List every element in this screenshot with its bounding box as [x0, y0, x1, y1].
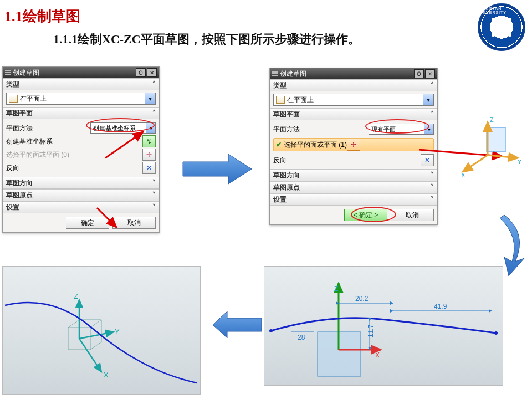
plane-icon [9, 95, 18, 103]
dialog-titlebar[interactable]: 创建草图 ʘ ✕ [3, 67, 159, 78]
section-sketchorigin-header[interactable]: 草图原点˅ [3, 189, 159, 201]
section-type-header[interactable]: 类型˄ [270, 79, 437, 91]
svg-rect-3 [487, 127, 505, 152]
csys-create-button[interactable]: ↯ [142, 135, 156, 147]
chevron-down-icon: ˅ [431, 171, 434, 179]
pick-face-button[interactable]: ✢ [142, 149, 156, 161]
type-combo[interactable]: 在平面上 ▾ [6, 93, 156, 105]
chevron-down-icon: ˅ [152, 179, 156, 187]
svg-text:Z: Z [334, 285, 338, 293]
svg-line-21 [79, 332, 114, 339]
sketch-canvas-dims: Z X 20.2 41.9 28 11.7 [264, 266, 503, 386]
drag-handle-icon[interactable] [272, 71, 278, 76]
flow-arrow-left [211, 308, 266, 341]
select-face-row[interactable]: ✔ 选择平的面或平面 (1) ✢ [273, 138, 434, 151]
dimension-b: 41.9 [434, 303, 447, 310]
type-combo[interactable]: 在平面上 ▾ [273, 94, 434, 106]
create-sketch-dialog-step1: 创建草图 ʘ ✕ 类型˄ 在平面上 ▾ 草图平面˄ 平面方法 创建基准坐标系 ▾… [2, 66, 160, 233]
section-sketchdir-header[interactable]: 草图方向˅ [3, 177, 159, 189]
dialog-title: 创建草图 [13, 68, 39, 78]
section-sketchdir-label: 草图方向 [6, 178, 33, 188]
plane-method-combo[interactable]: 现有平面 ▾ [369, 124, 434, 135]
reverse-label: 反向 [6, 163, 19, 173]
chevron-up-icon: ˄ [431, 81, 434, 89]
section-settings-header[interactable]: 设置˅ [3, 201, 159, 213]
plane-method-label: 平面方法 [6, 124, 33, 133]
model-canvas-3d: Z Y X [2, 266, 201, 395]
close-icon[interactable]: ✕ [425, 69, 435, 78]
create-sketch-dialog-step2: 创建草图 ʘ ✕ 类型˄ 在平面上 ▾ 草图平面˄ 平面方法 现有平面 ▾ ✔ … [269, 68, 438, 225]
section-sketchplane-header[interactable]: 草图平面˄ [270, 108, 437, 120]
section-settings-header[interactable]: 设置˅ [270, 193, 437, 206]
dimension-a: 20.2 [355, 295, 369, 303]
cancel-button[interactable]: 取消 [391, 209, 434, 221]
section-sketchplane-label: 草图平面 [6, 109, 33, 118]
section-sketchplane-header[interactable]: 草图平面˄ [3, 107, 159, 119]
reset-icon[interactable]: ʘ [414, 69, 424, 78]
axis-x-label: X [104, 371, 109, 379]
svg-line-6 [463, 155, 488, 172]
chevron-down-icon: ˅ [152, 203, 156, 211]
svg-point-14 [269, 329, 273, 332]
section-type-label: 类型 [6, 80, 19, 89]
chevron-down-icon: ˅ [152, 191, 156, 199]
select-face-label: 选择平的面或平面 (0) [6, 150, 69, 160]
section-sketchdir-label: 草图方向 [273, 171, 300, 180]
section-heading: 1.1绘制草图 [4, 7, 80, 26]
reverse-button[interactable]: ✕ [142, 162, 156, 174]
select-face-label: 选择平的面或平面 (1) [284, 140, 347, 150]
svg-text:Y: Y [518, 158, 522, 165]
dropdown-icon[interactable]: ▾ [424, 124, 433, 134]
axis-z-label: Z [74, 292, 78, 300]
logo-text: XIANGTAN UNIVERSITY [478, 7, 525, 14]
chevron-up-icon: ˄ [431, 110, 434, 118]
chevron-down-icon: ˅ [431, 183, 434, 191]
section-type-header[interactable]: 类型˄ [3, 78, 159, 90]
plane-method-label: 平面方法 [273, 125, 300, 134]
axis-y-label: Y [115, 328, 120, 336]
section-type-label: 类型 [273, 81, 287, 90]
section-sketchdir-header[interactable]: 草图方向˅ [270, 169, 437, 181]
ok-button[interactable]: 确定 [66, 217, 109, 229]
drag-handle-icon[interactable] [5, 70, 11, 75]
svg-text:X: X [461, 172, 466, 178]
pick-face-button[interactable]: ✢ [347, 139, 360, 151]
csys-label: 创建基准坐标系 [6, 137, 53, 146]
ok-button[interactable]: < 确定 > [344, 209, 387, 221]
section-sketchorigin-label: 草图原点 [6, 191, 33, 200]
type-combo-value: 在平面上 [287, 95, 314, 105]
dropdown-icon[interactable]: ▾ [423, 94, 433, 105]
plane-icon [276, 96, 285, 104]
section-settings-label: 设置 [273, 195, 287, 204]
cancel-button[interactable]: 取消 [112, 217, 156, 229]
svg-point-15 [494, 331, 498, 335]
plane-method-combo[interactable]: 创建基准坐标系 ▾ [90, 122, 156, 134]
csys-triad: Z Y X [460, 116, 526, 183]
close-icon[interactable]: ✕ [147, 68, 157, 77]
dropdown-icon[interactable]: ▾ [145, 93, 155, 104]
flow-arrow-right [178, 150, 256, 188]
plane-method-value: 现有平面 [371, 125, 396, 134]
section-sketchorigin-label: 草图原点 [273, 183, 300, 192]
reset-icon[interactable]: ʘ [136, 68, 146, 77]
chevron-up-icon: ˄ [152, 109, 156, 117]
reverse-label: 反向 [273, 156, 287, 165]
dialog-title: 创建草图 [280, 69, 306, 79]
plane-method-value: 创建基准坐标系 [93, 124, 136, 132]
dialog-titlebar[interactable]: 创建草图 ʘ ✕ [270, 68, 437, 79]
axis-z-label: Z [490, 116, 494, 123]
chevron-down-icon: ˅ [431, 196, 434, 203]
section-settings-label: 设置 [6, 203, 19, 212]
check-icon: ✔ [276, 141, 282, 149]
type-combo-value: 在平面上 [20, 94, 47, 104]
reverse-button[interactable]: ✕ [421, 154, 434, 166]
section-subheading: 1.1.1绘制XC-ZC平面草图，按照下图所示步骤进行操作。 [53, 31, 360, 48]
dropdown-icon[interactable]: ▾ [146, 123, 155, 133]
dimension-c: 28 [298, 334, 305, 341]
chevron-up-icon: ˄ [152, 80, 156, 88]
svg-text:X: X [375, 351, 380, 359]
dimension-d: 11.7 [367, 324, 375, 337]
university-logo: XIANGTAN UNIVERSITY [478, 3, 525, 51]
section-sketchorigin-header[interactable]: 草图原点˅ [270, 181, 437, 193]
svg-line-5 [488, 155, 518, 158]
